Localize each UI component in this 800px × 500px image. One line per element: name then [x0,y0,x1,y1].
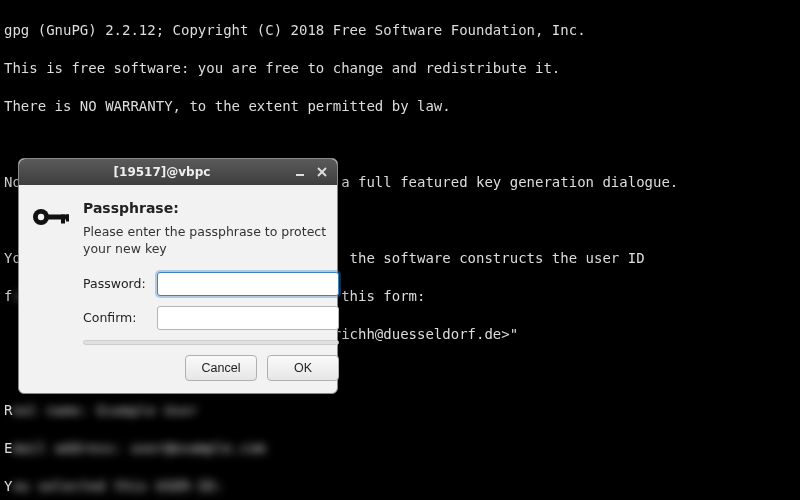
svg-rect-7 [66,215,69,222]
term-line: This is free software: you are free to c… [4,60,560,76]
term-line-obscured: mail address: user@example.com [12,440,265,456]
cancel-button[interactable]: Cancel [185,355,257,381]
password-input[interactable] [157,272,339,296]
confirm-label: Confirm: [83,308,149,327]
dialog-message: Please enter the passphrase to protect y… [83,224,339,258]
passphrase-dialog: [19517]@vbpc Passphrase: Please enter th… [18,158,338,394]
minimize-icon[interactable] [291,163,309,181]
close-icon[interactable] [313,163,331,181]
term-line: gpg (GnuPG) 2.2.12; Copyright (C) 2018 F… [4,22,586,38]
term-line: There is NO WARRANTY, to the extent perm… [4,98,451,114]
term-line-obscured: ou selected this USER-ID: [12,478,223,494]
svg-point-4 [38,214,44,220]
passphrase-strength-bar [83,340,339,345]
key-icon [31,199,71,381]
svg-rect-6 [61,215,65,224]
svg-rect-5 [47,215,69,220]
ok-button[interactable]: OK [267,355,339,381]
confirm-input[interactable] [157,306,339,330]
dialog-titlebar[interactable]: [19517]@vbpc [19,159,337,185]
password-label: Password: [83,274,149,293]
term-line-obscured: eal name: Example User [12,402,197,418]
dialog-heading: Passphrase: [83,199,339,218]
dialog-title: [19517]@vbpc [37,163,287,182]
